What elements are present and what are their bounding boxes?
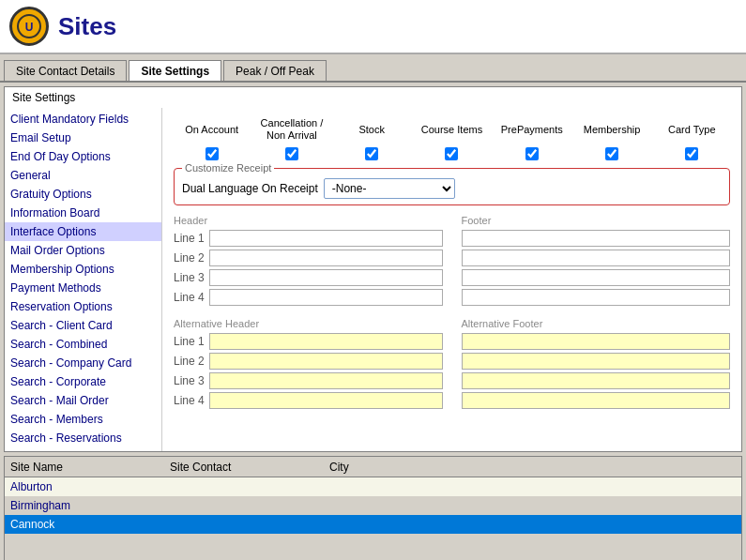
checkbox-course-items[interactable] [445,147,458,160]
alt-header-line1-input[interactable] [209,333,443,350]
alt-footer-line1-input[interactable] [462,333,731,350]
cell-site-name-cannock: Cannock [5,516,164,533]
footer-line2-row [462,250,731,266]
app-title: Sites [58,12,116,41]
col-header-site-name: Site Name [5,459,164,476]
footer-line3-input[interactable] [462,269,731,286]
checkbox-col-membership: Membership [573,115,649,160]
tab-site-settings[interactable]: Site Settings [129,60,221,81]
checkbox-grid: On Account Cancellation / Non Arrival St… [174,115,730,160]
table-header-row: Site Name Site Contact City [5,457,741,477]
right-panel: On Account Cancellation / Non Arrival St… [162,108,741,451]
footer-line1-row [462,230,731,247]
header-line2-input[interactable] [209,250,443,266]
checkbox-col-on-account: On Account [174,115,250,160]
alt-header-line2-label: Line 2 [174,355,209,368]
sidebar-item-search-members[interactable]: Search - Members [5,410,161,429]
header-line4-label: Line 4 [174,291,209,304]
main-content: Site Settings Client Mandatory Fields Em… [4,86,742,452]
sidebar-item-mail-order[interactable]: Mail Order Options [5,241,161,260]
content-area: Client Mandatory Fields Email Setup End … [5,108,741,451]
footer-line4-input[interactable] [462,289,731,306]
sidebar-item-reservation-options[interactable]: Reservation Options [5,297,161,316]
app-logo: U [9,7,49,46]
sidebar: Client Mandatory Fields Email Setup End … [5,108,162,451]
sidebar-item-search-mail-order[interactable]: Search - Mail Order [5,391,161,410]
cell-city-cannock [324,522,474,526]
sidebar-item-search-company-card[interactable]: Search - Company Card [5,354,161,372]
sidebar-item-search-corporate[interactable]: Search - Corporate [5,372,161,391]
header-line3-row: Line 3 [174,269,443,286]
col-header-site-contact: Site Contact [164,459,324,476]
cell-site-contact-alburton [164,485,324,489]
alt-header-footer-grid: Alternative Header Line 1 Line 2 Line 3 [174,318,730,412]
checkbox-card-type[interactable] [685,147,698,160]
table-row-cannock[interactable]: Cannock [5,515,741,534]
footer-section: Footer [462,215,731,309]
table-row-alburton[interactable]: Alburton [5,477,741,496]
section-label: Site Settings [5,87,741,108]
sidebar-item-stock-options[interactable]: Stock Options [5,447,161,451]
alt-footer-line4-input[interactable] [462,392,731,409]
header-line1-label: Line 1 [174,232,209,245]
sidebar-item-gratuity[interactable]: Gratuity Options [5,185,161,204]
checkbox-col-cancellation: Cancellation / Non Arrival [253,115,329,160]
alt-header-line4-row: Line 4 [174,392,443,409]
alt-footer-line1-row [462,333,731,350]
checkbox-col-prepayments: PrePayments [494,115,570,160]
sidebar-item-general[interactable]: General [5,166,161,185]
header-line2-label: Line 2 [174,251,209,265]
sidebar-item-search-client-card[interactable]: Search - Client Card [5,316,161,335]
header-footer-grid: Header Line 1 Line 2 Line 3 Line 4 [174,215,730,309]
sidebar-item-information-board[interactable]: Information Board [5,204,161,222]
sidebar-item-membership-options[interactable]: Membership Options [5,260,161,279]
checkbox-prepayments[interactable] [525,147,539,160]
sidebar-item-search-combined[interactable]: Search - Combined [5,335,161,354]
alt-header-line1-label: Line 1 [174,335,209,348]
checkbox-membership[interactable] [605,147,618,160]
sidebar-item-payment-methods[interactable]: Payment Methods [5,279,161,297]
dual-language-select[interactable]: -None- English/French English/Spanish [324,178,455,199]
col-label-card-type: Card Type [668,115,716,144]
checkbox-col-stock: Stock [334,115,410,160]
col-header-city: City [324,459,474,476]
sidebar-item-client-mandatory-fields[interactable]: Client Mandatory Fields [5,110,161,129]
footer-line4-row [462,289,731,306]
alt-header-line2-input[interactable] [209,353,443,370]
alt-header-line3-row: Line 3 [174,372,443,389]
customize-receipt-legend: Customize Receipt [182,162,274,174]
header-line3-input[interactable] [209,269,443,286]
sidebar-item-end-of-day[interactable]: End Of Day Options [5,147,161,166]
checkbox-col-course-items: Course Items [414,115,490,160]
svg-text:U: U [25,21,34,34]
sidebar-item-email-setup[interactable]: Email Setup [5,129,161,147]
footer-line1-input[interactable] [462,230,731,247]
checkbox-stock[interactable] [365,147,378,160]
checkbox-col-card-type: Card Type [654,115,730,160]
header-line1-input[interactable] [209,230,443,247]
bottom-table: Site Name Site Contact City Alburton Bir… [4,456,742,560]
alt-header-line1-row: Line 1 [174,333,443,350]
cell-city-birmingham [324,504,474,507]
footer-section-title: Footer [462,215,731,226]
alt-header-line2-row: Line 2 [174,353,443,370]
checkbox-cancellation[interactable] [285,147,298,160]
alt-footer-line2-input[interactable] [462,353,731,370]
table-row-birmingham[interactable]: Birmingham [5,496,741,515]
alt-header-line3-input[interactable] [209,372,443,389]
tab-bar: Site Contact Details Site Settings Peak … [0,54,746,83]
sidebar-item-interface-options[interactable]: Interface Options [5,222,161,241]
alt-header-line4-input[interactable] [209,392,443,409]
col-label-stock: Stock [358,115,385,144]
dual-language-row: Dual Language On Receipt -None- English/… [182,178,722,199]
tab-peak-off-peak[interactable]: Peak / Off Peak [223,60,327,81]
col-label-prepayments: PrePayments [501,115,563,144]
tab-site-contact-details[interactable]: Site Contact Details [4,60,127,81]
col-label-cancellation: Cancellation / Non Arrival [253,115,329,144]
sidebar-item-search-reservations[interactable]: Search - Reservations [5,429,161,447]
checkbox-on-account[interactable] [206,147,219,160]
header-line4-input[interactable] [209,289,443,306]
header-line3-label: Line 3 [174,271,209,284]
footer-line2-input[interactable] [462,250,731,266]
alt-footer-line3-input[interactable] [462,372,731,389]
